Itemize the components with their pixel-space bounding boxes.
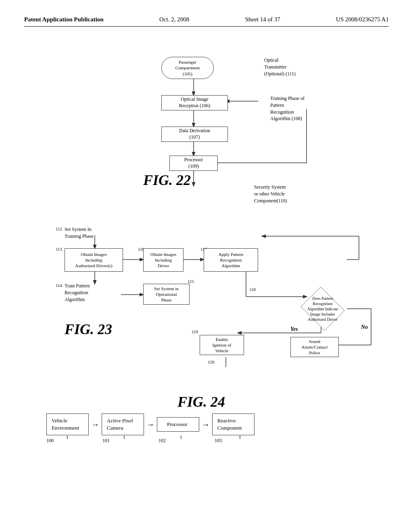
fig24-ticks <box>46 436 296 444</box>
node-114-text: Train PatternRecognitionAlgorithm <box>65 283 90 303</box>
arrow-100-101: → <box>89 420 102 429</box>
arrow-101-102: → <box>144 420 157 429</box>
fig23-label: FIG. 23 <box>65 321 112 338</box>
node-115-box: Set System inOperationalPhase <box>143 284 190 305</box>
date-label: Oct. 2, 2008 <box>159 16 189 23</box>
svg-text:No: No <box>361 324 368 330</box>
diagram-area: Yes No Passenger Compartment (105) Optic… <box>24 39 389 522</box>
data-deriv-text: Data Derivation(107) <box>179 128 210 140</box>
publication-label: Patent Application Publication <box>24 16 104 23</box>
passenger-text: Passenger Compartment (105) <box>175 59 200 77</box>
training-phase-label: Training Phase of Pattern Recognition Al… <box>270 95 305 122</box>
optical-image-node: Optical ImageReception (106) <box>161 95 228 110</box>
arrow-102-103: → <box>199 420 212 429</box>
arrows-svg: Yes No <box>24 39 389 522</box>
optical-tx-label: Optical Transmitter (Optional) (111) <box>264 57 296 77</box>
node-118-diamond: Does PatternRecognitionAlgorithm Indicat… <box>290 289 355 329</box>
fig24-box-103: ReactiveComponent <box>212 414 254 435</box>
node-119-box: EnableIgnition ofVehicle <box>200 335 244 355</box>
sheet-label: Sheet 14 of 37 <box>245 16 280 23</box>
node-114-label: 114 <box>56 283 62 289</box>
node-116-box: Obtain ImagesIncludingDriver <box>143 248 184 272</box>
node-119-label: 119 <box>192 329 198 335</box>
page-header: Patent Application Publication Oct. 2, 2… <box>24 16 389 27</box>
sound-alarm-box: SoundAlarm/ContactPolice <box>290 337 339 357</box>
processor-node-fig22: Processor(109) <box>169 156 218 171</box>
security-system-label: Security System or other Vehicle Compone… <box>254 184 287 204</box>
node-113-label: 113 <box>56 246 62 252</box>
patent-page: Patent Application Publication Oct. 2, 2… <box>0 0 413 532</box>
fig24-row: VehicleEnvironment → Active PixelCamera … <box>46 414 254 435</box>
patent-number: US 2008/0236275 A1 <box>336 16 389 23</box>
fig24-box-102: Processor <box>157 417 199 432</box>
fig24-label: FIG. 24 <box>177 393 225 410</box>
node-118-label: 118 <box>249 287 256 293</box>
node-113-box: Obtain ImagesIncludingAuthorized Driver(… <box>65 248 123 272</box>
fig24-box-101: Active PixelCamera <box>102 414 144 435</box>
optical-image-text: Optical ImageReception (106) <box>179 96 211 109</box>
node-112-label: 112 <box>56 226 62 232</box>
fig22-label: FIG. 22 <box>143 172 191 189</box>
node-112-text: Set System InTraining Phase <box>65 226 94 240</box>
fig24-box-100: VehicleEnvironment <box>46 414 89 435</box>
processor-text-fig22: Processor(109) <box>184 157 203 169</box>
passenger-compartment-node: Passenger Compartment (105) <box>161 57 214 79</box>
data-derivation-node: Data Derivation(107) <box>161 127 228 142</box>
node-120-label: 120 <box>208 359 215 365</box>
node-117-box: Apply PatternRecognitionAlgorithm <box>204 248 258 272</box>
